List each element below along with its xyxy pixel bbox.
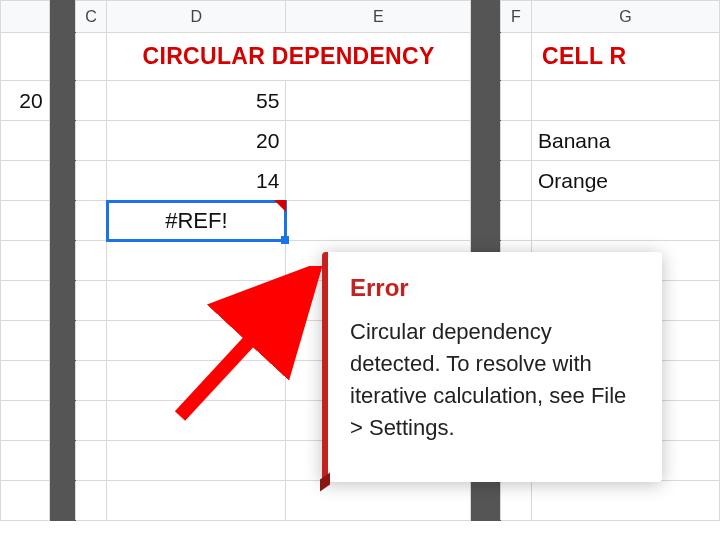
cell[interactable] [107, 481, 286, 521]
cell[interactable] [75, 281, 106, 321]
hidden-col-gap [471, 161, 501, 201]
section-header-cell[interactable]: CELL R [532, 33, 720, 81]
error-flag-icon [274, 200, 286, 212]
cell[interactable] [500, 201, 531, 241]
cell[interactable] [107, 401, 286, 441]
cell[interactable] [75, 441, 106, 481]
cell[interactable] [500, 33, 531, 81]
cell[interactable] [286, 121, 471, 161]
cell[interactable]: 20 [1, 81, 50, 121]
spreadsheet-viewport[interactable]: C D E F G CIRCULAR DEPENDENCY CELL R 20 … [0, 0, 720, 546]
cell[interactable] [532, 481, 720, 521]
cell[interactable]: Banana [532, 121, 720, 161]
hidden-col-gap [49, 281, 75, 321]
cell[interactable] [500, 161, 531, 201]
hidden-col-gap [49, 1, 75, 33]
cell[interactable] [107, 241, 286, 281]
cell[interactable] [107, 321, 286, 361]
cell[interactable] [1, 401, 50, 441]
cell[interactable] [75, 321, 106, 361]
col-header-d[interactable]: D [107, 1, 286, 33]
cell[interactable] [1, 481, 50, 521]
cell[interactable] [1, 161, 50, 201]
hidden-col-gap [471, 81, 501, 121]
hidden-col-gap [49, 161, 75, 201]
cell[interactable] [500, 121, 531, 161]
cell[interactable] [75, 481, 106, 521]
hidden-col-gap [49, 121, 75, 161]
hidden-col-gap [471, 33, 501, 81]
cell[interactable] [1, 441, 50, 481]
cell[interactable] [532, 81, 720, 121]
cell[interactable] [107, 441, 286, 481]
section-header-circular[interactable]: CIRCULAR DEPENDENCY [107, 33, 471, 81]
cell[interactable] [1, 121, 50, 161]
cell[interactable] [286, 161, 471, 201]
hidden-col-gap [49, 441, 75, 481]
error-message: Circular dependency detected. To resolve… [350, 316, 640, 444]
cell[interactable] [107, 281, 286, 321]
cell[interactable] [75, 401, 106, 441]
cell[interactable]: 14 [107, 161, 286, 201]
hidden-col-gap [49, 33, 75, 81]
cell[interactable] [1, 321, 50, 361]
cell[interactable] [286, 481, 471, 521]
cell-value: #REF! [165, 208, 227, 233]
cell[interactable] [286, 81, 471, 121]
cell[interactable] [1, 33, 50, 81]
cell[interactable] [75, 241, 106, 281]
cell[interactable] [75, 201, 106, 241]
cell[interactable] [1, 361, 50, 401]
cell[interactable] [75, 33, 106, 81]
cell[interactable] [500, 481, 531, 521]
hidden-col-gap [49, 481, 75, 521]
cell[interactable] [75, 361, 106, 401]
hidden-col-gap [471, 201, 501, 241]
hidden-col-gap [49, 201, 75, 241]
col-header-g[interactable]: G [532, 1, 720, 33]
col-header-c[interactable]: C [75, 1, 106, 33]
cell[interactable] [1, 201, 50, 241]
cell[interactable] [286, 201, 471, 241]
cell[interactable] [75, 121, 106, 161]
cell[interactable] [75, 161, 106, 201]
error-tooltip: Error Circular dependency detected. To r… [322, 252, 662, 482]
hidden-col-gap [471, 121, 501, 161]
hidden-col-gap [49, 241, 75, 281]
hidden-col-gap [49, 321, 75, 361]
cell[interactable] [1, 281, 50, 321]
cell[interactable] [532, 201, 720, 241]
hidden-col-gap [471, 1, 501, 33]
cell[interactable]: 55 [107, 81, 286, 121]
col-header-blank[interactable] [1, 1, 50, 33]
cell[interactable] [500, 81, 531, 121]
hidden-col-gap [49, 361, 75, 401]
hidden-col-gap [49, 401, 75, 441]
col-header-f[interactable]: F [500, 1, 531, 33]
hidden-col-gap [471, 481, 501, 521]
error-title: Error [350, 274, 640, 302]
cell[interactable] [75, 81, 106, 121]
cell[interactable]: 20 [107, 121, 286, 161]
cell[interactable]: Orange [532, 161, 720, 201]
selected-cell-ref-error[interactable]: #REF! [107, 201, 286, 241]
col-header-e[interactable]: E [286, 1, 471, 33]
cell[interactable] [1, 241, 50, 281]
hidden-col-gap [49, 81, 75, 121]
cell[interactable] [107, 361, 286, 401]
